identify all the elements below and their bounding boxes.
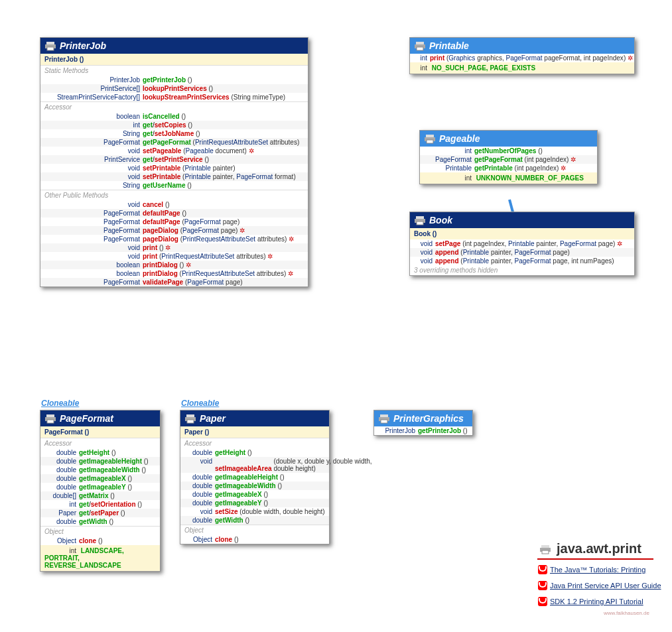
printer-icon <box>44 40 56 51</box>
title: Book <box>429 215 452 225</box>
class-pageformat: PageFormat PageFormat () Accessor double… <box>40 410 161 572</box>
svg-rect-14 <box>47 420 54 423</box>
constants: int UNKNOWN_NUMBER_OF_PAGES <box>420 172 597 184</box>
method-row: doublegetImageableX () <box>40 474 160 483</box>
method-row: PageFormatdefaultPage () <box>40 209 308 218</box>
method-row: doublegetWidth () <box>40 517 160 526</box>
method-row: doublegetImageableX () <box>180 490 329 499</box>
method-row: doublegetImageableY () <box>180 499 329 507</box>
method-row: booleanisCancelled () <box>40 112 308 121</box>
title: PageFormat <box>60 413 113 424</box>
interface-pageable: Pageable intgetNumberOfPages ()PageForma… <box>419 130 598 184</box>
svg-rect-5 <box>417 47 423 50</box>
method-row: voidsetImageableArea (double x, double y… <box>180 457 329 473</box>
method-row: PageFormatvalidatePage (PageFormat page) <box>40 278 308 286</box>
oracle-icon <box>538 597 547 606</box>
svg-rect-12 <box>46 414 54 417</box>
title: Paper <box>200 413 226 424</box>
constructor: Book () <box>410 228 634 239</box>
printer-icon <box>414 215 426 225</box>
method-row: Objectclone () <box>180 535 329 544</box>
class-paper: Paper Paper () Accessor doublegetHeight … <box>180 410 330 544</box>
method-row: PrinterJobgetPrinterJob () <box>374 426 472 435</box>
cloneable-tag[interactable]: Cloneable <box>181 399 219 408</box>
title: PrinterGraphics <box>393 413 464 424</box>
method-row: intgetNumberOfPages () <box>420 147 597 155</box>
title: Pageable <box>439 133 480 144</box>
method-row: PageFormatpageDialog (PrintRequestAttrib… <box>40 235 308 243</box>
printer-icon <box>378 413 390 424</box>
interface-printable: Printable intprint (Graphics graphics, P… <box>409 37 635 74</box>
method-row: intget/setOrientation () <box>40 500 160 509</box>
svg-rect-23 <box>542 550 549 554</box>
constants: int NO_SUCH_PAGE, PAGE_EXISTS <box>410 62 634 74</box>
method-row: PrinterJobgetPrinterJob () <box>40 76 308 84</box>
method-row: booleanprintDialog () ✲ <box>40 261 308 269</box>
svg-rect-17 <box>187 420 194 423</box>
method-row: Paperget/setPaper () <box>40 509 160 517</box>
constructor: PageFormat () <box>40 426 160 438</box>
method-row: voidappend (Printable painter, PageForma… <box>410 248 634 257</box>
method-row: voidsetPrintable (Printable painter) <box>40 164 308 172</box>
method-row: voidprint (PrintRequestAttributeSet attr… <box>40 252 308 261</box>
package-title: java.awt.print <box>539 541 641 556</box>
constants: int LANDSCAPE, PORTRAIT, REVERSE_LANDSCA… <box>40 545 160 571</box>
svg-rect-9 <box>416 216 424 219</box>
method-row: voidprint () ✲ <box>40 243 308 252</box>
method-row: doublegetImageableHeight () <box>180 473 329 481</box>
title: PrinterJob <box>60 40 106 51</box>
printer-icon <box>414 40 426 51</box>
link-tutorials[interactable]: The Java™ Tutorials: Printing <box>538 565 645 574</box>
method-row: Objectclone () <box>40 537 160 545</box>
method-row: doublegetHeight () <box>180 448 329 457</box>
method-row: PageFormatpageDialog (PageFormat page) ✲ <box>40 226 308 235</box>
printer-icon <box>184 413 196 424</box>
method-row: intprint (Graphics graphics, PageFormat … <box>410 54 634 62</box>
note: 3 overriding methods hidden <box>410 265 634 275</box>
method-row: doublegetImageableWidth () <box>40 466 160 474</box>
svg-rect-2 <box>47 47 54 50</box>
method-row: voidcancel () <box>40 200 308 209</box>
method-row: doublegetImageableHeight () <box>40 457 160 466</box>
link-guide[interactable]: Java Print Service API User Guide <box>538 581 661 590</box>
svg-rect-3 <box>416 42 424 44</box>
method-row: StringgetUserName () <box>40 181 308 190</box>
svg-rect-8 <box>427 140 433 143</box>
method-row: doublegetHeight () <box>40 448 160 457</box>
method-row: double[]getMatrix () <box>40 491 160 500</box>
credit[interactable]: www.falkhausen.de <box>604 610 649 616</box>
method-row: PageFormatgetPageFormat (int pageIndex) … <box>420 155 597 164</box>
method-row: doublegetWidth () <box>180 516 329 525</box>
method-row: intget/setCopies () <box>40 121 308 129</box>
constructor: PrinterJob () <box>40 54 308 65</box>
method-row: Stringget/setJobName () <box>40 129 308 138</box>
method-row: voidappend (Printable painter, PageForma… <box>410 257 634 265</box>
svg-rect-15 <box>186 414 194 417</box>
svg-rect-0 <box>46 42 54 44</box>
method-row: StreamPrintServiceFactory[]lookupStreamP… <box>40 93 308 101</box>
title: Printable <box>429 40 469 51</box>
printer-icon <box>424 133 436 144</box>
method-row: PrintService[]lookupPrintServices () <box>40 84 308 93</box>
svg-rect-6 <box>426 135 434 137</box>
oracle-icon <box>538 581 547 590</box>
constructor: Paper () <box>180 426 329 438</box>
link-sdk[interactable]: SDK 1.2 Printing API Tutorial <box>538 597 643 606</box>
svg-rect-20 <box>381 420 387 423</box>
method-row: voidsetPage (int pageIndex, Printable pa… <box>410 239 634 248</box>
method-row: PageFormatgetPageFormat (PrintRequestAtt… <box>40 138 308 147</box>
class-book: Book Book () voidsetPage (int pageIndex,… <box>409 212 635 276</box>
svg-rect-11 <box>417 221 423 225</box>
method-row: booleanprintDialog (PrintRequestAttribut… <box>40 269 308 278</box>
oracle-icon <box>538 565 547 574</box>
method-row: doublegetImageableY () <box>40 483 160 491</box>
interface-printergraphics: PrinterGraphics PrinterJobgetPrinterJob … <box>373 410 473 436</box>
method-row: doublegetImageableWidth () <box>180 481 329 490</box>
cloneable-tag[interactable]: Cloneable <box>41 399 79 408</box>
method-row: PrintServiceget/setPrintService () <box>40 155 308 164</box>
method-row: PrintablegetPrintable (int pageIndex) ✲ <box>420 164 597 172</box>
method-row: voidsetPrintable (Printable painter, Pag… <box>40 172 308 181</box>
svg-rect-21 <box>541 545 549 548</box>
method-row: voidsetSize (double width, double height… <box>180 507 329 516</box>
printer-icon <box>539 542 554 556</box>
